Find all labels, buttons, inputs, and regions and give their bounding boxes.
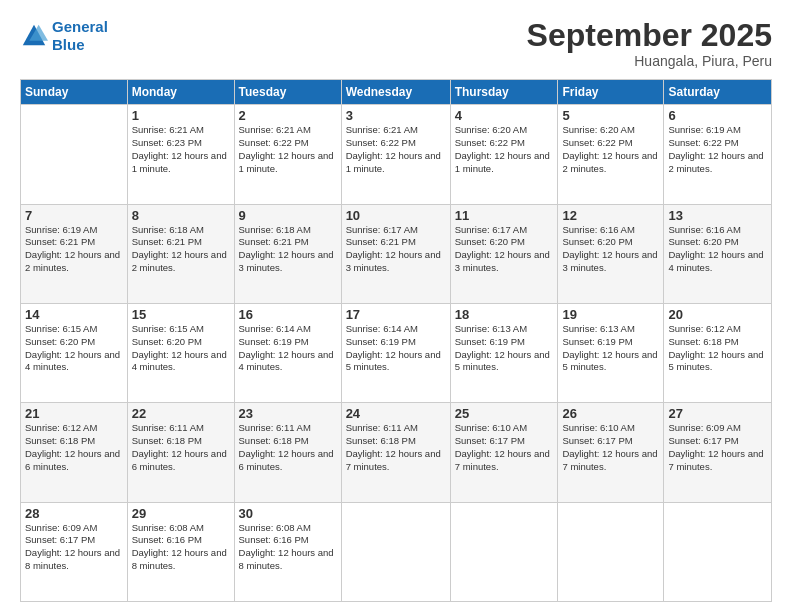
- day-info: Sunrise: 6:15 AM Sunset: 6:20 PM Dayligh…: [25, 323, 123, 374]
- day-info: Sunrise: 6:10 AM Sunset: 6:17 PM Dayligh…: [562, 422, 659, 473]
- calendar-week-1: 7Sunrise: 6:19 AM Sunset: 6:21 PM Daylig…: [21, 204, 772, 303]
- calendar-cell: 4Sunrise: 6:20 AM Sunset: 6:22 PM Daylig…: [450, 105, 558, 204]
- calendar-cell: [558, 502, 664, 601]
- calendar-cell: 22Sunrise: 6:11 AM Sunset: 6:18 PM Dayli…: [127, 403, 234, 502]
- title-block: September 2025 Huangala, Piura, Peru: [527, 18, 772, 69]
- day-number: 13: [668, 208, 767, 223]
- calendar-cell: 25Sunrise: 6:10 AM Sunset: 6:17 PM Dayli…: [450, 403, 558, 502]
- cell-content: 17Sunrise: 6:14 AM Sunset: 6:19 PM Dayli…: [346, 307, 446, 374]
- col-header-saturday: Saturday: [664, 80, 772, 105]
- cell-content: 15Sunrise: 6:15 AM Sunset: 6:20 PM Dayli…: [132, 307, 230, 374]
- day-info: Sunrise: 6:18 AM Sunset: 6:21 PM Dayligh…: [132, 224, 230, 275]
- day-number: 24: [346, 406, 446, 421]
- day-info: Sunrise: 6:14 AM Sunset: 6:19 PM Dayligh…: [239, 323, 337, 374]
- day-number: 30: [239, 506, 337, 521]
- day-number: 25: [455, 406, 554, 421]
- day-info: Sunrise: 6:17 AM Sunset: 6:20 PM Dayligh…: [455, 224, 554, 275]
- col-header-monday: Monday: [127, 80, 234, 105]
- calendar-cell: 18Sunrise: 6:13 AM Sunset: 6:19 PM Dayli…: [450, 303, 558, 402]
- calendar-cell: 16Sunrise: 6:14 AM Sunset: 6:19 PM Dayli…: [234, 303, 341, 402]
- day-number: 26: [562, 406, 659, 421]
- day-info: Sunrise: 6:19 AM Sunset: 6:21 PM Dayligh…: [25, 224, 123, 275]
- day-info: Sunrise: 6:11 AM Sunset: 6:18 PM Dayligh…: [132, 422, 230, 473]
- day-number: 4: [455, 108, 554, 123]
- day-number: 11: [455, 208, 554, 223]
- day-number: 15: [132, 307, 230, 322]
- calendar-week-2: 14Sunrise: 6:15 AM Sunset: 6:20 PM Dayli…: [21, 303, 772, 402]
- day-number: 16: [239, 307, 337, 322]
- day-number: 21: [25, 406, 123, 421]
- location: Huangala, Piura, Peru: [527, 53, 772, 69]
- calendar-cell: [450, 502, 558, 601]
- day-number: 1: [132, 108, 230, 123]
- calendar-cell: 29Sunrise: 6:08 AM Sunset: 6:16 PM Dayli…: [127, 502, 234, 601]
- day-number: 10: [346, 208, 446, 223]
- day-number: 27: [668, 406, 767, 421]
- calendar-cell: 6Sunrise: 6:19 AM Sunset: 6:22 PM Daylig…: [664, 105, 772, 204]
- cell-content: 28Sunrise: 6:09 AM Sunset: 6:17 PM Dayli…: [25, 506, 123, 573]
- day-info: Sunrise: 6:19 AM Sunset: 6:22 PM Dayligh…: [668, 124, 767, 175]
- calendar-cell: [21, 105, 128, 204]
- cell-content: 18Sunrise: 6:13 AM Sunset: 6:19 PM Dayli…: [455, 307, 554, 374]
- day-number: 28: [25, 506, 123, 521]
- calendar-cell: 2Sunrise: 6:21 AM Sunset: 6:22 PM Daylig…: [234, 105, 341, 204]
- calendar-cell: 24Sunrise: 6:11 AM Sunset: 6:18 PM Dayli…: [341, 403, 450, 502]
- cell-content: 2Sunrise: 6:21 AM Sunset: 6:22 PM Daylig…: [239, 108, 337, 175]
- day-number: 20: [668, 307, 767, 322]
- cell-content: 10Sunrise: 6:17 AM Sunset: 6:21 PM Dayli…: [346, 208, 446, 275]
- cell-content: 26Sunrise: 6:10 AM Sunset: 6:17 PM Dayli…: [562, 406, 659, 473]
- day-number: 18: [455, 307, 554, 322]
- day-number: 22: [132, 406, 230, 421]
- calendar-cell: 5Sunrise: 6:20 AM Sunset: 6:22 PM Daylig…: [558, 105, 664, 204]
- calendar-cell: 3Sunrise: 6:21 AM Sunset: 6:22 PM Daylig…: [341, 105, 450, 204]
- day-info: Sunrise: 6:21 AM Sunset: 6:22 PM Dayligh…: [346, 124, 446, 175]
- calendar-cell: 21Sunrise: 6:12 AM Sunset: 6:18 PM Dayli…: [21, 403, 128, 502]
- day-info: Sunrise: 6:21 AM Sunset: 6:23 PM Dayligh…: [132, 124, 230, 175]
- day-number: 8: [132, 208, 230, 223]
- calendar-cell: 14Sunrise: 6:15 AM Sunset: 6:20 PM Dayli…: [21, 303, 128, 402]
- day-info: Sunrise: 6:08 AM Sunset: 6:16 PM Dayligh…: [239, 522, 337, 573]
- day-info: Sunrise: 6:09 AM Sunset: 6:17 PM Dayligh…: [668, 422, 767, 473]
- cell-content: 19Sunrise: 6:13 AM Sunset: 6:19 PM Dayli…: [562, 307, 659, 374]
- day-info: Sunrise: 6:17 AM Sunset: 6:21 PM Dayligh…: [346, 224, 446, 275]
- calendar-header-row: SundayMondayTuesdayWednesdayThursdayFrid…: [21, 80, 772, 105]
- calendar-week-0: 1Sunrise: 6:21 AM Sunset: 6:23 PM Daylig…: [21, 105, 772, 204]
- calendar-cell: 19Sunrise: 6:13 AM Sunset: 6:19 PM Dayli…: [558, 303, 664, 402]
- day-number: 14: [25, 307, 123, 322]
- day-info: Sunrise: 6:20 AM Sunset: 6:22 PM Dayligh…: [562, 124, 659, 175]
- calendar-cell: 1Sunrise: 6:21 AM Sunset: 6:23 PM Daylig…: [127, 105, 234, 204]
- cell-content: 29Sunrise: 6:08 AM Sunset: 6:16 PM Dayli…: [132, 506, 230, 573]
- cell-content: 4Sunrise: 6:20 AM Sunset: 6:22 PM Daylig…: [455, 108, 554, 175]
- day-info: Sunrise: 6:09 AM Sunset: 6:17 PM Dayligh…: [25, 522, 123, 573]
- cell-content: 8Sunrise: 6:18 AM Sunset: 6:21 PM Daylig…: [132, 208, 230, 275]
- day-number: 12: [562, 208, 659, 223]
- cell-content: 14Sunrise: 6:15 AM Sunset: 6:20 PM Dayli…: [25, 307, 123, 374]
- col-header-tuesday: Tuesday: [234, 80, 341, 105]
- cell-content: 30Sunrise: 6:08 AM Sunset: 6:16 PM Dayli…: [239, 506, 337, 573]
- month-title: September 2025: [527, 18, 772, 53]
- day-info: Sunrise: 6:13 AM Sunset: 6:19 PM Dayligh…: [562, 323, 659, 374]
- cell-content: 24Sunrise: 6:11 AM Sunset: 6:18 PM Dayli…: [346, 406, 446, 473]
- day-info: Sunrise: 6:11 AM Sunset: 6:18 PM Dayligh…: [346, 422, 446, 473]
- calendar-cell: 9Sunrise: 6:18 AM Sunset: 6:21 PM Daylig…: [234, 204, 341, 303]
- cell-content: 25Sunrise: 6:10 AM Sunset: 6:17 PM Dayli…: [455, 406, 554, 473]
- day-info: Sunrise: 6:12 AM Sunset: 6:18 PM Dayligh…: [668, 323, 767, 374]
- day-info: Sunrise: 6:13 AM Sunset: 6:19 PM Dayligh…: [455, 323, 554, 374]
- day-number: 7: [25, 208, 123, 223]
- calendar-week-4: 28Sunrise: 6:09 AM Sunset: 6:17 PM Dayli…: [21, 502, 772, 601]
- logo-icon: [20, 22, 48, 50]
- day-number: 9: [239, 208, 337, 223]
- col-header-sunday: Sunday: [21, 80, 128, 105]
- cell-content: 22Sunrise: 6:11 AM Sunset: 6:18 PM Dayli…: [132, 406, 230, 473]
- calendar-cell: 23Sunrise: 6:11 AM Sunset: 6:18 PM Dayli…: [234, 403, 341, 502]
- day-number: 5: [562, 108, 659, 123]
- day-number: 3: [346, 108, 446, 123]
- day-number: 23: [239, 406, 337, 421]
- day-number: 6: [668, 108, 767, 123]
- calendar-cell: 13Sunrise: 6:16 AM Sunset: 6:20 PM Dayli…: [664, 204, 772, 303]
- calendar-cell: 7Sunrise: 6:19 AM Sunset: 6:21 PM Daylig…: [21, 204, 128, 303]
- calendar-cell: 26Sunrise: 6:10 AM Sunset: 6:17 PM Dayli…: [558, 403, 664, 502]
- cell-content: 13Sunrise: 6:16 AM Sunset: 6:20 PM Dayli…: [668, 208, 767, 275]
- day-info: Sunrise: 6:11 AM Sunset: 6:18 PM Dayligh…: [239, 422, 337, 473]
- calendar-cell: 12Sunrise: 6:16 AM Sunset: 6:20 PM Dayli…: [558, 204, 664, 303]
